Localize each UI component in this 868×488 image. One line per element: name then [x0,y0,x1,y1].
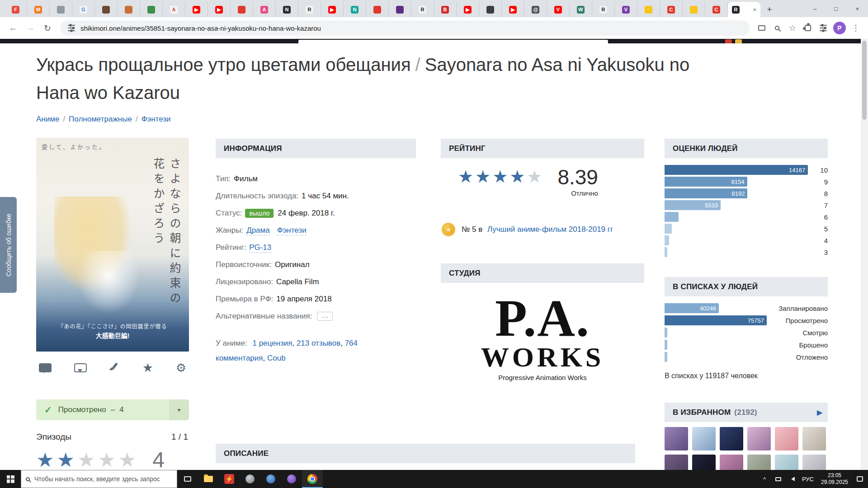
favorite-user-avatar[interactable] [665,427,688,450]
maximize-button[interactable]: □ [826,0,847,17]
report-error-tab[interactable]: Сообщить об ошибке [0,197,17,293]
bookmark-star-icon[interactable]: ☆ [785,20,800,36]
award-link[interactable]: Лучший аниме-фильм 2018-2019 гг [487,225,613,234]
minimize-button[interactable]: – [804,0,826,17]
favorite-user-avatar[interactable] [775,427,798,450]
watch-status-button[interactable]: ✓ Просмотрено – 4 ▾ [36,399,189,420]
favorite-user-avatar[interactable] [775,455,798,470]
browser-tab[interactable]: A [253,2,276,17]
network-icon[interactable] [771,477,785,481]
site-header-red-icon[interactable] [725,39,732,43]
user-stars[interactable]: ★★★★★ [36,450,139,470]
favorite-user-avatar[interactable] [665,455,688,470]
browser-tab[interactable] [231,2,253,17]
browser-tab[interactable]: ▶ [185,2,208,17]
scrollbar[interactable] [861,39,868,470]
start-button[interactable] [0,470,21,488]
browser-tab[interactable]: R [411,2,434,17]
browser-tab[interactable] [50,2,72,17]
browser-tab[interactable]: V [615,2,637,17]
anime-stat-link[interactable]: 1 рецензия [252,339,292,347]
volume-icon[interactable] [785,477,798,481]
favorite-user-avatar[interactable] [747,455,771,470]
studio-logo[interactable]: P.A. WORKS Progressive Animation Works [441,294,644,381]
browser-tab[interactable]: C [660,2,683,17]
favorite-user-avatar[interactable] [802,455,826,470]
site-settings-icon[interactable] [68,25,75,31]
info-link[interactable]: Фэнтези [277,226,307,235]
site-header-yellow-icon[interactable] [735,39,742,43]
reload-button[interactable]: ↻ [39,19,56,37]
browser-tab[interactable]: A [163,2,185,17]
new-tab-button[interactable]: + [763,3,776,16]
info-link[interactable]: Драма [246,226,270,235]
browser-tab[interactable]: ⚡ [637,2,660,17]
favorite-user-avatar[interactable] [747,427,771,450]
favorite-user-avatar[interactable] [692,427,716,450]
discussion-icon[interactable] [74,363,87,372]
tune-icon[interactable] [816,20,831,36]
anime-stat-link[interactable]: 213 отзывов [297,339,340,347]
forward-button[interactable]: → [22,19,39,37]
favorite-user-avatar[interactable] [720,427,743,450]
browser-tab[interactable]: R [592,2,615,17]
review-pen-icon[interactable] [109,362,120,374]
tab-close-icon[interactable]: × [753,6,756,13]
breadcrumb-link[interactable]: Фэнтези [142,115,171,123]
breadcrumb-link[interactable]: Полнометражные [69,115,132,123]
favorites-arrow-icon[interactable]: ▶ [817,408,822,417]
favorite-star-icon[interactable]: ★ [142,362,153,374]
scrollbar-thumb[interactable] [862,41,867,120]
anime-poster[interactable]: 愛して、よかった。 さよならの朝に約束の花をかざろう 『あの花』『ここさけ』の岡… [36,138,189,352]
browser-tab[interactable] [366,2,389,17]
browser-tab[interactable] [389,2,411,17]
browser-tab[interactable] [95,2,118,17]
browser-tab[interactable]: G [72,2,95,17]
browser-tab[interactable] [479,2,502,17]
browser-tab[interactable]: N [344,2,366,17]
browser-tab[interactable]: B [434,2,457,17]
taskbar-search[interactable]: Чтобы начать поиск, введите здесь запрос [21,470,177,488]
taskbar-app-gray[interactable] [240,470,260,488]
back-button[interactable]: ← [5,19,22,37]
browser-tab-active[interactable]: R× [728,2,760,17]
settings-gears-icon[interactable]: ⚙ [176,362,186,374]
browser-tab[interactable]: V [547,2,570,17]
comments-icon[interactable] [39,363,52,372]
address-bar[interactable]: shikimori.one/animes/35851-sayonara-no-a… [61,20,750,36]
favorite-user-avatar[interactable] [692,455,716,470]
browser-tab[interactable]: @ [524,2,547,17]
install-icon[interactable] [754,20,769,36]
taskbar-file-explorer[interactable] [198,470,219,488]
browser-tab[interactable]: M [27,2,50,17]
notification-center-icon[interactable] [852,476,868,482]
taskbar-app-blue[interactable] [260,470,281,488]
browser-tab[interactable]: F [5,2,27,17]
breadcrumb-link[interactable]: Аниме [36,115,59,123]
alt-names-more-button[interactable]: … [317,312,333,321]
browser-tab[interactable]: R [298,2,321,17]
user-rating-row[interactable]: ★★★★★ 4 [36,449,189,470]
taskbar-app-bolt[interactable]: ⚡ [219,470,240,488]
tray-caret-icon[interactable]: ^ [758,476,771,483]
favorite-user-avatar[interactable] [802,427,826,450]
profile-avatar[interactable]: P [833,22,846,34]
menu-icon[interactable]: ⋮ [848,20,863,36]
close-button[interactable]: × [847,0,868,17]
favorite-user-avatar[interactable] [720,455,743,470]
browser-tab[interactable]: ⚡ [683,2,705,17]
browser-tab[interactable]: ▶ [321,2,344,17]
info-link[interactable]: PG-13 [249,243,271,253]
browser-tab[interactable]: ▶ [457,2,479,17]
browser-tab[interactable] [118,2,140,17]
episodes-value[interactable]: 1 / 1 [171,432,188,442]
site-search-input[interactable] [298,40,608,43]
zoom-icon[interactable] [769,20,785,36]
clock[interactable]: 23:05 29.09.2025 [817,472,852,486]
watch-dropdown-caret-icon[interactable]: ▾ [169,399,189,420]
task-view-button[interactable] [177,470,198,488]
browser-tab[interactable]: W [570,2,592,17]
browser-tab[interactable]: ▶ [502,2,524,17]
browser-tab[interactable]: N [276,2,298,17]
taskbar-chrome[interactable] [302,470,323,488]
